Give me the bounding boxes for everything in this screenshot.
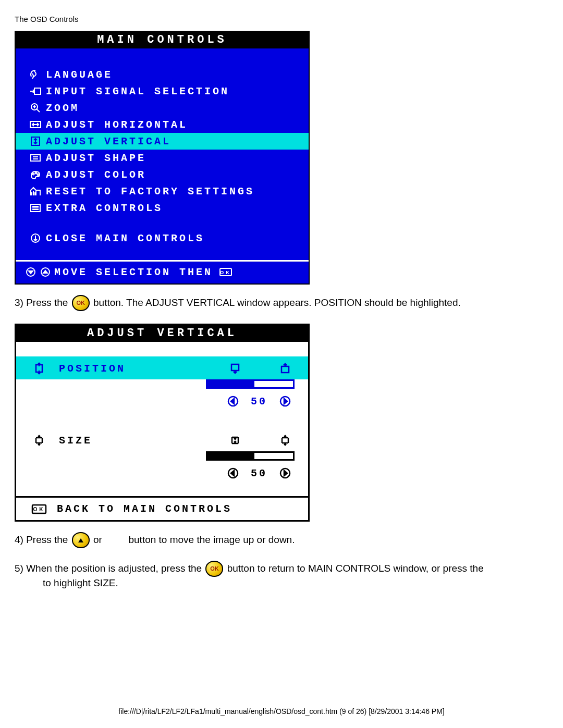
size-grow-icon xyxy=(275,435,296,446)
svg-text:OK: OK xyxy=(220,270,231,275)
step4-text-c: button to move the image up or down. xyxy=(128,534,295,545)
svg-point-5 xyxy=(33,174,34,175)
step5-text-a: 5) When the position is adjusted, press … xyxy=(15,563,204,574)
position-value: 50 xyxy=(243,396,275,408)
back-label: BACK TO MAIN CONTROLS xyxy=(57,503,232,515)
size-shrink-icon xyxy=(225,435,246,446)
menu-label: ADJUST SHAPE xyxy=(46,152,146,164)
ok-button-inline-icon: OK xyxy=(205,561,223,577)
step4-text-b: or xyxy=(93,534,102,545)
size-bar-row xyxy=(16,451,308,462)
menu-item-adjust-horizontal[interactable]: ADJUST HORIZONTAL xyxy=(16,116,309,133)
menu-item-adjust-shape[interactable]: ADJUST SHAPE xyxy=(16,150,309,166)
menu-item-extra-controls[interactable]: EXTRA CONTROLS xyxy=(16,200,309,216)
position-bar xyxy=(206,379,295,389)
menu-item-zoom[interactable]: ZOOM xyxy=(16,100,309,116)
adjust-color-icon xyxy=(25,169,46,180)
main-controls-title: MAIN CONTROLS xyxy=(16,32,309,48)
down-button-icon xyxy=(25,267,36,277)
adjust-vertical-title: ADJUST VERTICAL xyxy=(16,325,308,342)
menu-label: RESET TO FACTORY SETTINGS xyxy=(46,186,254,198)
adjust-vertical-panel: ADJUST VERTICAL POSITION 50 SIZE xyxy=(15,324,310,522)
menu-item-adjust-color[interactable]: ADJUST COLOR xyxy=(16,166,309,183)
main-controls-panel: MAIN CONTROLS LANGUAGE INPUT SIGNAL SELE… xyxy=(15,31,310,285)
ok-button-icon: OK xyxy=(219,267,232,277)
position-bar-row xyxy=(16,379,308,390)
step-3: 3) Press the OK button. The ADJUST VERTI… xyxy=(15,295,548,311)
ok-button-inline-icon: OK xyxy=(72,295,90,311)
selection-hint: MOVE SELECTION THEN OK xyxy=(16,262,309,283)
hint-text: MOVE SELECTION THEN xyxy=(54,266,213,278)
menu-label: INPUT SIGNAL SELECTION xyxy=(46,85,229,97)
step-5: 5) When the position is adjusted, press … xyxy=(15,561,548,590)
right-arrow-icon[interactable] xyxy=(275,396,296,407)
ok-box-icon: OK xyxy=(29,503,50,515)
step4-text-a: 4) Press the xyxy=(15,534,71,545)
svg-text:OK: OK xyxy=(33,507,45,512)
svg-rect-4 xyxy=(31,155,40,161)
back-row[interactable]: OK BACK TO MAIN CONTROLS xyxy=(16,496,308,520)
right-arrow-icon[interactable] xyxy=(275,467,296,479)
svg-rect-0 xyxy=(34,88,41,94)
size-icon xyxy=(29,434,50,447)
up-button-icon xyxy=(40,267,51,277)
page-title: The OSD Controls xyxy=(15,15,548,23)
menu-label: ADJUST VERTICAL xyxy=(46,135,171,147)
step3-text-a: 3) Press the xyxy=(15,297,71,308)
position-down-icon xyxy=(225,363,246,374)
menu-item-reset[interactable]: RESET TO FACTORY SETTINGS xyxy=(16,183,309,200)
size-controls: 50 xyxy=(16,462,308,484)
size-bar xyxy=(206,451,295,461)
main-controls-body: LANGUAGE INPUT SIGNAL SELECTION ZOOM ADJ… xyxy=(16,48,309,283)
left-arrow-icon[interactable] xyxy=(223,396,243,407)
up-arrow-button-icon xyxy=(72,532,90,548)
menu-label: ZOOM xyxy=(46,102,79,114)
step5-text-b: button to return to MAIN CONTROLS window… xyxy=(227,563,484,574)
menu-label: EXTRA CONTROLS xyxy=(46,202,163,214)
size-value: 50 xyxy=(243,467,275,479)
position-up-icon xyxy=(275,363,296,374)
svg-rect-15 xyxy=(231,364,239,371)
menu-item-close[interactable]: CLOSE MAIN CONTROLS xyxy=(16,230,309,246)
svg-rect-16 xyxy=(282,366,289,373)
menu-item-input-signal[interactable]: INPUT SIGNAL SELECTION xyxy=(16,83,309,100)
position-label: POSITION xyxy=(59,363,225,375)
factory-reset-icon xyxy=(25,186,46,196)
svg-point-7 xyxy=(38,174,39,176)
menu-label: LANGUAGE xyxy=(46,69,113,81)
adjust-horizontal-icon xyxy=(25,119,46,130)
adjust-vertical-icon xyxy=(25,136,46,146)
menu-item-language[interactable]: LANGUAGE xyxy=(16,66,309,83)
position-controls: 50 xyxy=(16,390,308,412)
step-4: 4) Press the or button to move the image… xyxy=(15,532,548,548)
menu-label: ADJUST COLOR xyxy=(46,169,146,181)
step3-text-b: button. The ADJUST VERTICAL window appea… xyxy=(93,297,461,308)
position-icon xyxy=(29,362,50,375)
size-label: SIZE xyxy=(59,435,225,447)
step5-text-c: to highlight SIZE. xyxy=(43,577,118,590)
size-row[interactable]: SIZE xyxy=(16,428,308,451)
svg-point-6 xyxy=(35,172,37,174)
menu-label: CLOSE MAIN CONTROLS xyxy=(46,232,204,244)
language-icon xyxy=(25,69,46,80)
menu-item-adjust-vertical[interactable]: ADJUST VERTICAL xyxy=(16,133,309,150)
left-arrow-icon[interactable] xyxy=(223,467,243,479)
adjust-shape-icon xyxy=(25,153,46,163)
position-row[interactable]: POSITION xyxy=(16,356,308,379)
menu-label: ADJUST HORIZONTAL xyxy=(46,119,188,131)
extra-controls-icon xyxy=(25,203,46,213)
input-signal-icon xyxy=(25,86,46,96)
close-icon xyxy=(25,233,46,243)
zoom-icon xyxy=(25,103,46,113)
